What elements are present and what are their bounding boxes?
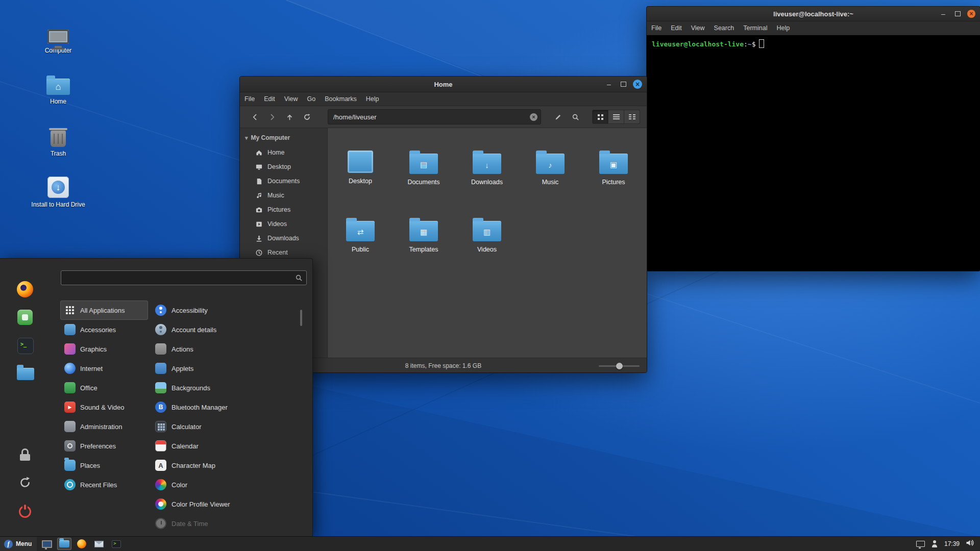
sidebar-item-pictures[interactable]: Pictures <box>240 203 327 217</box>
folder-item-music[interactable]: Music <box>519 142 582 210</box>
taskbar-mail-button[interactable] <box>92 538 106 550</box>
menu-file[interactable]: File <box>240 92 259 106</box>
sidebar-section-my-computer[interactable]: My Computer <box>240 131 327 145</box>
folder-item-templates[interactable]: Templates <box>392 210 455 277</box>
refresh-button[interactable] <box>299 110 314 124</box>
toggle-location-entry-button[interactable] <box>550 110 566 124</box>
category-office[interactable]: Office <box>60 378 148 397</box>
compact-view-button[interactable] <box>624 110 640 124</box>
menu-edit[interactable]: Edit <box>259 92 280 106</box>
folder-item-documents[interactable]: Documents <box>392 142 455 210</box>
taskbar-terminal-button[interactable] <box>109 538 124 550</box>
sidebar-item-music[interactable]: Music <box>240 188 327 203</box>
prompt-path: ~ <box>748 40 752 48</box>
app-item-color-profile-viewer[interactable]: Color Profile Viewer <box>151 494 297 514</box>
app-item-calendar[interactable]: Calendar <box>151 436 297 456</box>
zoom-slider-thumb[interactable] <box>616 363 623 369</box>
show-desktop-button[interactable] <box>40 538 54 550</box>
zoom-slider[interactable] <box>599 365 640 367</box>
icon-view-button[interactable] <box>592 110 608 124</box>
network-tray-icon[interactable] <box>916 541 925 547</box>
desktop-icon-install[interactable]: Install to Hard Drive <box>30 172 87 208</box>
app-item-backgrounds[interactable]: Backgrounds <box>151 378 297 397</box>
category-preferences[interactable]: Preferences <box>60 436 148 456</box>
sidebar-item-downloads[interactable]: Downloads <box>240 231 327 245</box>
app-item-character-map[interactable]: Character Map <box>151 456 297 475</box>
sidebar-item-videos[interactable]: Videos <box>240 217 327 231</box>
menu-edit[interactable]: Edit <box>666 21 687 35</box>
clear-location-icon[interactable] <box>530 113 537 121</box>
sidebar-item-desktop[interactable]: Desktop <box>240 160 327 174</box>
app-item-bluetooth-manager[interactable]: Bluetooth Manager <box>151 397 297 417</box>
menu-view[interactable]: View <box>687 21 709 35</box>
category-sound-video[interactable]: Sound & Video <box>60 397 148 417</box>
desktop-icon-computer[interactable]: Computer <box>30 18 87 54</box>
taskbar-firefox-button[interactable] <box>75 538 89 550</box>
menu-view[interactable]: View <box>280 92 303 106</box>
logout-button[interactable] <box>18 476 32 489</box>
category-recent-files[interactable]: Recent Files <box>60 475 148 494</box>
terminal-titlebar[interactable]: liveuser@localhost-live:~ <box>647 7 980 21</box>
menu-terminal[interactable]: Terminal <box>739 21 772 35</box>
terminal-output-area[interactable]: liveuser@localhost-live:~$ <box>647 35 980 267</box>
minimize-button[interactable] <box>939 9 948 18</box>
graphics-icon <box>64 343 76 355</box>
minimize-button[interactable] <box>604 80 614 89</box>
close-button[interactable] <box>967 10 975 18</box>
category-places[interactable]: Places <box>60 456 148 475</box>
search-input[interactable] <box>61 274 295 282</box>
lock-screen-button[interactable] <box>20 448 30 461</box>
favorite-terminal-icon[interactable] <box>17 338 34 354</box>
category-graphics[interactable]: Graphics <box>60 339 148 359</box>
folder-item-videos[interactable]: Videos <box>455 210 519 277</box>
menu-file[interactable]: File <box>647 21 666 35</box>
app-item-actions[interactable]: Actions <box>151 339 297 359</box>
forward-button[interactable] <box>264 110 280 124</box>
close-button[interactable] <box>633 80 642 89</box>
category-accessories[interactable]: Accessories <box>60 320 148 339</box>
folder-item-downloads[interactable]: Downloads <box>455 142 519 210</box>
fm-file-area[interactable]: Desktop Documents Downloads Music Pictur… <box>328 128 647 358</box>
back-button[interactable] <box>247 110 262 124</box>
accessibility-tray-icon[interactable] <box>931 540 938 547</box>
category-all-applications[interactable]: All Applications <box>60 300 148 320</box>
shutdown-button[interactable] <box>19 506 31 518</box>
apps-scrollbar[interactable] <box>300 310 302 326</box>
app-item-account-details[interactable]: Account details <box>151 320 297 339</box>
taskbar-clock[interactable]: 17:39 <box>944 540 960 547</box>
app-item-accessibility[interactable]: Accessibility <box>151 300 297 320</box>
favorite-firefox-icon[interactable] <box>17 281 33 297</box>
list-view-button[interactable] <box>608 110 624 124</box>
app-item-applets[interactable]: Applets <box>151 359 297 378</box>
fm-titlebar[interactable]: Home <box>240 77 647 92</box>
category-administration[interactable]: Administration <box>60 417 148 436</box>
app-item-calculator[interactable]: Calculator <box>151 417 297 436</box>
menu-help[interactable]: Help <box>361 92 384 106</box>
sidebar-item-recent[interactable]: Recent <box>240 245 327 260</box>
folder-item-desktop[interactable]: Desktop <box>329 142 392 210</box>
app-item-date-time[interactable]: Date & Time <box>151 514 297 533</box>
folder-item-pictures[interactable]: Pictures <box>582 142 645 210</box>
menu-search[interactable]: Search <box>709 21 739 35</box>
maximize-button[interactable] <box>619 80 628 89</box>
location-bar[interactable]: /home/liveuser <box>328 109 541 124</box>
category-internet[interactable]: Internet <box>60 359 148 378</box>
sidebar-item-documents[interactable]: Documents <box>240 174 327 188</box>
menu-bookmarks[interactable]: Bookmarks <box>320 92 361 106</box>
maximize-button[interactable] <box>953 9 962 18</box>
desktop-icon-trash[interactable]: Trash <box>30 121 87 157</box>
menu-go[interactable]: Go <box>303 92 321 106</box>
taskbar-files-button[interactable] <box>57 538 71 550</box>
menu-search-box[interactable] <box>61 270 307 285</box>
sidebar-item-home[interactable]: Home <box>240 145 327 160</box>
app-item-color[interactable]: Color <box>151 475 297 494</box>
menu-help[interactable]: Help <box>772 21 794 35</box>
volume-tray-icon[interactable] <box>966 539 975 548</box>
folder-item-public[interactable]: Public <box>329 210 392 277</box>
menu-button[interactable]: Menu <box>0 537 37 551</box>
favorite-files-icon[interactable] <box>17 368 34 380</box>
favorite-software-icon[interactable] <box>17 310 33 325</box>
desktop-icon-home[interactable]: Home <box>30 69 87 105</box>
up-button[interactable] <box>282 110 297 124</box>
search-button[interactable] <box>568 110 583 124</box>
